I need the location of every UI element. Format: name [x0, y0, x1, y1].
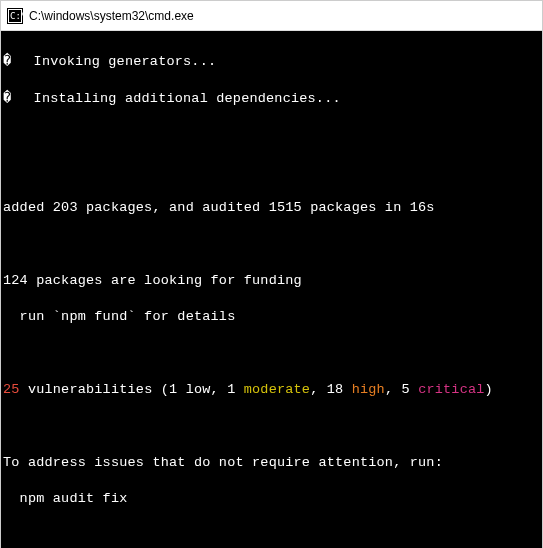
- vuln-high: high: [352, 382, 385, 397]
- cmd-icon: C:\: [7, 8, 23, 24]
- vuln-count: 25: [3, 382, 20, 397]
- svg-text:C:\: C:\: [10, 11, 23, 21]
- line-addr1b: npm audit fix: [3, 490, 540, 508]
- window-title: C:\windows\system32\cmd.exe: [29, 9, 194, 23]
- line-invoking: Invoking generators...: [34, 54, 217, 69]
- bullet-icon: �: [3, 90, 17, 108]
- line-funding2: run `npm fund` for details: [3, 308, 540, 326]
- line-funding1: 124 packages are looking for funding: [3, 272, 540, 290]
- vuln-moderate: moderate: [244, 382, 310, 397]
- line-addr1a: To address issues that do not require at…: [3, 454, 540, 472]
- line-vulnerabilities: 25 vulnerabilities (1 low, 1 moderate, 1…: [3, 381, 540, 399]
- bullet-icon: �: [3, 53, 17, 71]
- line-added: added 203 packages, and audited 1515 pac…: [3, 199, 540, 217]
- titlebar[interactable]: C:\ C:\windows\system32\cmd.exe: [1, 1, 542, 31]
- terminal-output[interactable]: � Invoking generators... � Installing ad…: [1, 31, 542, 548]
- cmd-window: C:\ C:\windows\system32\cmd.exe � Invoki…: [0, 0, 543, 548]
- vuln-critical: critical: [418, 382, 484, 397]
- line-installing: Installing additional dependencies...: [34, 91, 341, 106]
